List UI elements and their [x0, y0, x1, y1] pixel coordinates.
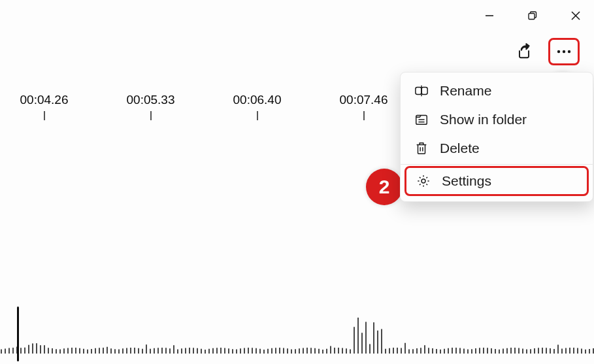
top-toolbar	[512, 38, 580, 65]
svg-point-16	[421, 179, 425, 183]
svg-point-7	[568, 50, 570, 53]
svg-rect-2	[529, 14, 535, 20]
trash-icon	[414, 141, 429, 156]
time-label: 00:06.40	[233, 93, 282, 107]
gear-icon	[416, 173, 431, 189]
waveform-icon	[0, 303, 594, 361]
menu-label: Delete	[440, 141, 480, 156]
time-mark: 00:05.33	[97, 93, 204, 120]
window-controls	[476, 5, 589, 26]
context-menu: Rename Show in folder Delete	[400, 72, 593, 202]
timeline-ruler[interactable]: 00:04.26 00:05.33 00:06.40 00:07.46	[0, 93, 594, 120]
svg-point-5	[557, 50, 560, 53]
tick-icon	[44, 111, 45, 120]
waveform-area[interactable]	[0, 303, 594, 361]
maximize-icon	[527, 10, 538, 21]
tick-icon	[257, 111, 258, 120]
menu-item-settings[interactable]: Settings	[404, 166, 589, 196]
time-label: 00:05.33	[127, 93, 175, 107]
maximize-button[interactable]	[520, 5, 546, 26]
callout-label: 2	[379, 176, 390, 198]
menu-separator	[401, 164, 593, 165]
callout-badge-2: 2	[366, 169, 403, 205]
time-mark: 00:04.26	[0, 93, 97, 120]
share-icon	[516, 43, 533, 60]
share-button[interactable]	[512, 39, 536, 64]
minimize-button[interactable]	[476, 5, 503, 26]
tick-icon	[150, 111, 152, 120]
close-icon	[570, 10, 581, 21]
time-label: 00:07.46	[340, 93, 388, 107]
tick-icon	[363, 111, 365, 120]
menu-label: Settings	[442, 173, 491, 189]
time-mark: 00:07.46	[310, 93, 417, 120]
close-button[interactable]	[563, 5, 589, 26]
minimize-icon	[484, 10, 495, 21]
playhead-cursor[interactable]	[17, 306, 19, 361]
more-options-button[interactable]	[548, 38, 580, 65]
time-label: 00:04.26	[20, 93, 69, 107]
svg-point-6	[563, 50, 565, 53]
menu-item-delete[interactable]: Delete	[401, 134, 593, 163]
time-mark: 00:06.40	[204, 93, 310, 120]
ellipsis-icon	[555, 48, 572, 55]
